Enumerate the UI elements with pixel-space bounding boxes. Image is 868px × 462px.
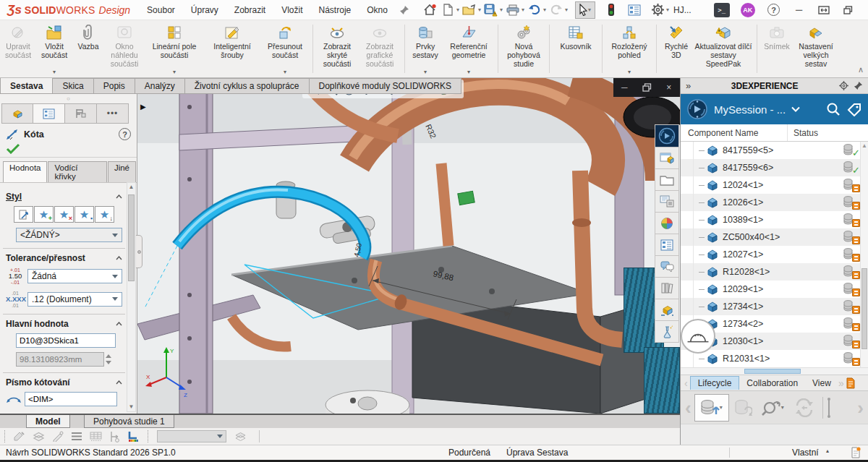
delete-style-button[interactable]: ★× [54,206,74,223]
undo-button[interactable] [526,1,543,19]
menu-okno[interactable]: Okno [359,5,396,15]
tab-collaboration[interactable]: Collaboration [739,377,805,390]
ribbon-button-linear-pattern[interactable]: Lineární pole součásti ▾ [145,20,204,77]
note-icon[interactable] [13,431,25,442]
3dexperience-compass-tab[interactable] [655,124,679,147]
user-avatar[interactable]: AK [739,1,757,19]
ribbon-button-assembly-features[interactable]: Prvky sestavy ▾ [408,20,443,77]
property-manager-tab[interactable] [33,103,65,124]
ribbon-button-edit-component[interactable]: Upravit součást [0,20,36,77]
menu-zobrazit[interactable]: Zobrazit [226,5,273,15]
grid-table-icon[interactable] [90,432,102,442]
property-tab-icon[interactable] [626,1,643,19]
sw-resources-tab[interactable] [655,147,679,169]
doc-minimize-button[interactable]: ─ [613,78,636,97]
scroll-down-icon[interactable]: ▼ [127,403,135,411]
dropdown-arrow-icon[interactable]: ▾ [456,7,459,13]
redo-button[interactable] [548,1,565,19]
menu-nastroje[interactable]: Nástroje [311,5,359,15]
tab-lifecycle[interactable]: Lifecycle [690,376,740,390]
file-explorer-tab[interactable] [655,191,679,213]
more-tabs-button[interactable]: ••• [97,103,129,124]
value-spinner[interactable] [106,353,111,366]
ribbon-button-snapshot[interactable]: Snímek [760,20,793,77]
ribbon-button-preview-window[interactable]: Okno náhledu součásti [104,20,145,77]
dropdown-arrow-icon[interactable]: ▾ [565,7,568,13]
dropdown-arrow-icon[interactable]: ▾ [478,7,481,13]
tab-vodici-krivky[interactable]: Vodící křivky [48,161,106,182]
tab-skica[interactable]: Skica [53,78,93,94]
drag-handle-icon[interactable] [825,398,833,418]
new-document-button[interactable] [439,1,456,19]
dropdown-arrow-icon[interactable]: ▾ [781,404,784,411]
dock-window-button[interactable] [812,1,836,20]
help-button[interactable]: ? [765,1,783,19]
column-status[interactable]: Status [788,128,818,138]
select-tool-button[interactable]: ▾ [575,1,595,19]
tab-analyzy[interactable]: Analýzy [135,78,185,94]
component-row[interactable]: 12027<1> [681,246,868,263]
performance-monitor-icon[interactable] [603,1,620,19]
toolbar-scroll-left-icon[interactable]: ‹ [682,398,694,417]
load-style-button[interactable]: ★↓ [95,206,114,223]
component-row[interactable]: R12031<1> [681,350,868,367]
tab-view[interactable]: View [805,377,838,390]
tag-icon[interactable] [846,102,862,116]
search-icon[interactable] [826,102,841,116]
doc-close-button[interactable]: × [658,78,680,97]
library-tab[interactable] [655,278,679,299]
ribbon-button-mate[interactable]: Vazba [72,20,104,77]
component-row[interactable]: 10389<1> [681,211,868,228]
column-component-name[interactable]: Component Name [681,124,788,141]
restore-button[interactable] [836,1,861,20]
tab-jine[interactable]: Jiné [108,161,136,182]
feature-tree-tab[interactable] [1,103,33,124]
dimension-value-input[interactable] [16,352,104,367]
close-button[interactable]: × [861,1,868,20]
ribbon-button-new-motion-study[interactable]: Nová pohybová studie [501,20,546,77]
panel-splitter-handle[interactable] [136,235,142,268]
tab-motion-study[interactable]: Pohybová studie 1 [84,415,174,428]
pack-and-go-tab[interactable] [655,299,679,321]
scroll-up-icon[interactable]: ▲ [861,142,868,150]
style-dropdown[interactable]: <ŽÁDNÝ> [16,228,122,242]
component-row[interactable]: 12024<1> [681,176,868,194]
dropdown-arrow-icon[interactable]: ▾ [522,7,524,13]
dropdown-arrow-icon[interactable]: ▾ [173,69,176,77]
collapse-ribbon-icon[interactable]: ∧ [858,65,864,74]
home-button[interactable] [422,1,439,19]
component-row[interactable]: R12028<1> [681,263,868,281]
component-row[interactable]: 8417559<5> ✓ [681,142,868,159]
ribbon-button-show-graphics[interactable]: Zobrazit grafické součásti [358,20,401,77]
pm-scrollbar[interactable]: ▲ ▼ [127,182,136,412]
spin-down-icon[interactable] [106,361,111,364]
ribbon-button-smart-fasteners[interactable]: Inteligentní šrouby [204,20,260,77]
tab-sestava[interactable]: Sestava [0,78,53,94]
pin-menu-icon[interactable] [396,1,413,19]
session-selector[interactable]: MySession - ... [714,103,786,116]
layer-dropdown[interactable] [157,430,226,442]
open-document-button[interactable] [461,1,478,19]
compass-logo-icon[interactable] [686,98,708,120]
pane-gear-icon[interactable] [838,80,849,91]
dropdown-arrow-icon[interactable]: ▾ [720,404,723,411]
ribbon-button-large-assembly[interactable]: Nastavení velkých sestav [793,20,838,77]
save-button[interactable] [482,1,500,19]
ribbon-button-show-hidden[interactable]: Zobrazit skryté součásti [316,20,358,77]
tab-zivotni-cyklus[interactable]: Životní cyklus a spolupráce [185,78,310,94]
dropdown-arrow-icon[interactable]: ▾ [284,69,286,77]
print-button[interactable] [504,1,522,19]
minimize-button[interactable]: ─ [787,1,812,20]
pane-pin-icon[interactable] [854,81,863,90]
pm-help-button[interactable]: ? [119,128,131,140]
options-gear-icon[interactable] [649,1,666,19]
component-row[interactable]: 8417559<6> ✓ [681,159,868,176]
menu-soubor[interactable]: Soubor [139,5,183,15]
toolbar-grip[interactable] [4,430,5,442]
horizontal-scrollbar[interactable] [681,367,868,375]
ribbon-button-reference-geometry[interactable]: Referenční geometrie ▾ [443,20,495,77]
dim-font-section-header[interactable]: Písmo kótování [6,377,122,388]
spin-up-icon[interactable] [106,354,111,358]
scroll-thumb[interactable] [861,268,867,349]
configuration-tab[interactable] [65,103,97,124]
